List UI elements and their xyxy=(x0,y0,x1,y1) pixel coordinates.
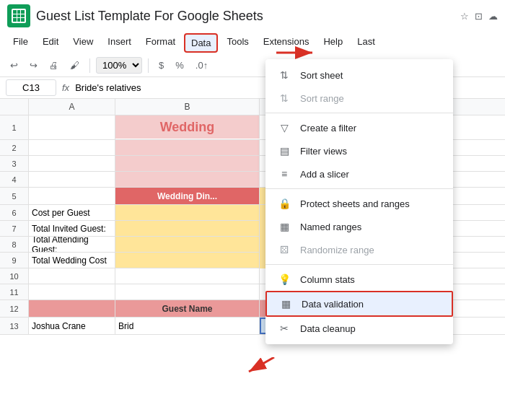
col-header-b[interactable]: B xyxy=(115,99,260,115)
undo-button[interactable]: ↩ xyxy=(6,57,22,74)
fx-label: fx xyxy=(62,82,69,93)
row-num-2: 2 xyxy=(0,140,29,155)
toolbar-separator xyxy=(89,58,90,73)
cell-1b[interactable]: Wedding xyxy=(115,115,260,139)
cell-11b[interactable] xyxy=(115,284,260,299)
cell-8b[interactable] xyxy=(115,237,260,252)
cell-13a[interactable]: Joshua Crane xyxy=(29,318,115,334)
filter-views-icon: ▤ xyxy=(277,145,291,157)
protect-sheets-label: Protect sheets and ranges xyxy=(300,198,410,209)
row-num-7: 7 xyxy=(0,221,29,236)
percent-button[interactable]: % xyxy=(171,57,188,74)
col-header-a[interactable]: A xyxy=(29,99,115,115)
cell-7b[interactable] xyxy=(115,221,260,236)
menu-item-data-cleanup[interactable]: ✂ Data cleanup xyxy=(265,317,453,340)
sort-sheet-label: Sort sheet xyxy=(300,70,343,81)
menu-item-randomize-range[interactable]: ⚄ Randomize range xyxy=(265,238,453,261)
menu-edit[interactable]: Edit xyxy=(37,33,64,53)
currency-button[interactable]: $ xyxy=(154,57,168,74)
cell-4a[interactable] xyxy=(29,172,115,187)
menu-view[interactable]: View xyxy=(67,33,99,53)
menu-item-column-stats[interactable]: 💡 Column stats xyxy=(265,268,453,291)
cell-1a[interactable] xyxy=(29,115,115,139)
print-button[interactable]: 🖨 xyxy=(45,57,63,74)
cell-8a[interactable]: Total Attending Guest: xyxy=(29,237,115,252)
menu-bar: File Edit View Insert Format Data Tools … xyxy=(0,32,505,54)
history-icon[interactable]: ⊡ xyxy=(475,11,483,22)
add-slicer-label: Add a slicer xyxy=(300,169,349,180)
dropdown-separator-1 xyxy=(265,113,453,113)
menu-data[interactable]: Data xyxy=(184,33,218,53)
menu-item-sort-sheet[interactable]: ⇅ Sort sheet xyxy=(265,64,453,87)
cell-5b[interactable]: Wedding Din... xyxy=(115,188,260,204)
row-num-3: 3 xyxy=(0,156,29,171)
column-stats-label: Column stats xyxy=(300,274,355,285)
row-num-4: 4 xyxy=(0,172,29,187)
dropdown-separator-2 xyxy=(265,188,453,189)
menu-insert[interactable]: Insert xyxy=(102,33,137,53)
cell-12a[interactable] xyxy=(29,300,115,317)
sort-range-icon: ⇅ xyxy=(277,92,291,104)
cell-9a[interactable]: Total Wedding Cost xyxy=(29,253,115,268)
menu-last[interactable]: Last xyxy=(351,33,381,53)
zoom-select[interactable]: 100% xyxy=(96,57,142,74)
row-num-1: 1 xyxy=(0,115,29,139)
menu-tools[interactable]: Tools xyxy=(221,33,254,53)
data-validation-icon: ▦ xyxy=(278,298,293,310)
menu-item-protect-sheets[interactable]: 🔒 Protect sheets and ranges xyxy=(265,192,453,215)
randomize-range-label: Randomize range xyxy=(300,245,374,255)
svg-line-3 xyxy=(249,357,274,372)
randomize-range-icon: ⚄ xyxy=(277,244,291,255)
row-num-13: 13 xyxy=(0,318,29,334)
sort-range-label: Sort range xyxy=(300,93,344,104)
cell-6b[interactable] xyxy=(115,205,260,220)
cloud-icon[interactable]: ☁ xyxy=(488,11,498,22)
title-icon-group: ☆ ⊡ ☁ xyxy=(460,11,498,22)
cell-2a[interactable] xyxy=(29,140,115,155)
row-num-10: 10 xyxy=(0,268,29,284)
menu-item-filter-views[interactable]: ▤ Filter views xyxy=(265,139,453,162)
cell-5a[interactable] xyxy=(29,188,115,204)
protect-sheets-icon: 🔒 xyxy=(277,198,291,209)
sheets-logo xyxy=(7,4,30,27)
cell-12b[interactable]: Guest Name xyxy=(115,300,260,317)
cell-7a[interactable]: Total Invited Guest: xyxy=(29,221,115,236)
create-filter-icon: ▽ xyxy=(277,122,291,134)
decimal-button[interactable]: .0↑ xyxy=(191,57,212,74)
dropdown-separator-3 xyxy=(265,264,453,265)
create-filter-label: Create a filter xyxy=(300,123,356,134)
row-num-8: 8 xyxy=(0,237,29,252)
menu-item-named-ranges[interactable]: ▦ Named ranges xyxy=(265,215,453,238)
cell-3a[interactable] xyxy=(29,156,115,171)
menu-format[interactable]: Format xyxy=(140,33,181,53)
named-ranges-label: Named ranges xyxy=(300,222,361,232)
menu-item-data-validation[interactable]: ▦ Data validation xyxy=(265,291,453,317)
row-num-9: 9 xyxy=(0,253,29,268)
row-num-12: 12 xyxy=(0,300,29,317)
row-num-header xyxy=(0,99,29,115)
cell-10b[interactable] xyxy=(115,268,260,284)
star-icon[interactable]: ☆ xyxy=(460,11,469,22)
cell-3b[interactable] xyxy=(115,156,260,171)
paint-format-button[interactable]: 🖌 xyxy=(66,57,84,74)
cell-9b[interactable] xyxy=(115,253,260,268)
cell-10a[interactable] xyxy=(29,268,115,284)
cell-13b[interactable]: Brid xyxy=(115,318,260,334)
menu-help[interactable]: Help xyxy=(317,33,348,53)
menu-item-create-filter[interactable]: ▽ Create a filter xyxy=(265,116,453,139)
menu-file[interactable]: File xyxy=(7,33,34,53)
cell-11a[interactable] xyxy=(29,284,115,299)
cell-reference[interactable] xyxy=(6,79,56,96)
cell-2b[interactable] xyxy=(115,140,260,155)
row-num-11: 11 xyxy=(0,284,29,299)
cell-6a[interactable]: Cost per Guest xyxy=(29,205,115,220)
data-validation-label: Data validation xyxy=(302,299,364,310)
cell-4b[interactable] xyxy=(115,172,260,187)
redo-button[interactable]: ↪ xyxy=(25,57,42,74)
menu-item-add-slicer[interactable]: ≡ Add a slicer xyxy=(265,162,453,185)
named-ranges-icon: ▦ xyxy=(277,221,291,232)
column-stats-icon: 💡 xyxy=(277,274,291,285)
data-cleanup-label: Data cleanup xyxy=(300,323,356,334)
menu-item-sort-range[interactable]: ⇅ Sort range xyxy=(265,87,453,110)
toolbar-separator-2 xyxy=(148,58,149,73)
